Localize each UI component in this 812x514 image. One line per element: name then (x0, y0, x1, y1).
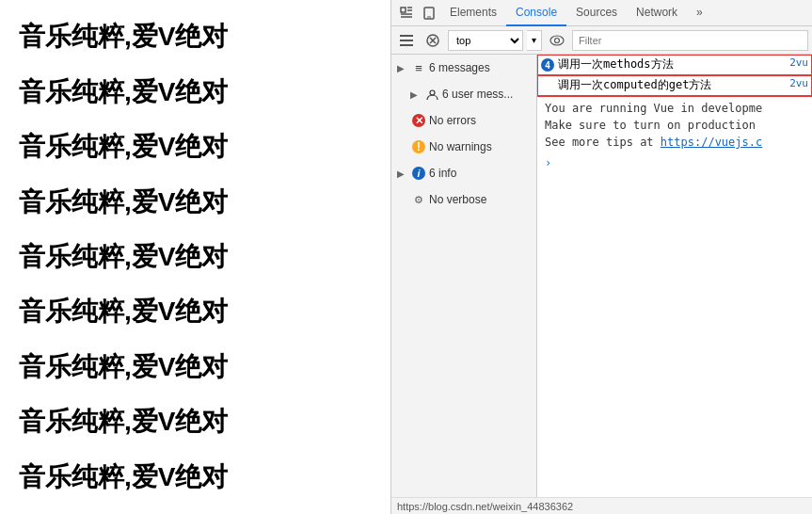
svg-rect-7 (400, 35, 413, 37)
page-text-item: 音乐纯粹,爱V绝对 (19, 239, 372, 275)
warn-line2: Make sure to turn on production (545, 119, 756, 132)
clear-icon[interactable] (422, 29, 444, 52)
tab-sources[interactable]: Sources (566, 0, 627, 26)
messages-icon: ≡ (412, 61, 425, 74)
log-link-1[interactable]: 2vu (789, 56, 808, 69)
messages-label: 6 messages (429, 61, 531, 74)
eye-icon[interactable] (546, 29, 568, 52)
sidebar-item-verbose[interactable]: ▶ ⚙ No verbose (391, 186, 536, 213)
expand-icon: ▶ (397, 169, 408, 179)
svg-rect-8 (400, 40, 413, 41)
warn-line3-prefix: See more tips at (545, 136, 661, 149)
no-errors-label: No errors (429, 114, 531, 127)
user-messages-label: 6 user mess... (442, 88, 531, 101)
tab-elements[interactable]: Elements (440, 0, 506, 26)
sidebar-item-user-messages[interactable]: ▶ 6 user mess... (391, 81, 536, 107)
verbose-icon: ⚙ (412, 193, 425, 206)
log-badge-4: 4 (541, 58, 554, 72)
log-text-methods: 调用一次methods方法 (558, 56, 786, 72)
inspect-icon[interactable] (395, 0, 418, 26)
page-text-item: 音乐纯粹,爱V绝对 (19, 19, 372, 55)
filter-input[interactable] (572, 30, 808, 51)
sidebar-toggle-icon[interactable] (395, 29, 418, 52)
svg-point-14 (555, 38, 560, 42)
info-icon: i (412, 167, 425, 180)
svg-point-13 (550, 36, 564, 45)
warn-line1: You are running Vue in developme (545, 102, 762, 115)
tab-network[interactable]: Network (627, 0, 687, 26)
left-panel: 音乐纯粹,爱V绝对音乐纯粹,爱V绝对音乐纯粹,爱V绝对音乐纯粹,爱V绝对音乐纯粹… (0, 0, 390, 514)
svg-point-15 (430, 90, 435, 95)
info-label: 6 info (429, 167, 531, 180)
page-text-item: 音乐纯粹,爱V绝对 (19, 74, 372, 110)
sidebar-item-warnings[interactable]: ▶ ! No warnings (391, 134, 536, 160)
tab-more[interactable]: » (687, 0, 712, 26)
page-text-item: 音乐纯粹,爱V绝对 (19, 185, 372, 220)
page-text-item: 音乐纯粹,爱V绝对 (19, 404, 372, 440)
error-icon: ✕ (412, 114, 425, 127)
page-text-item: 音乐纯粹,爱V绝对 (19, 349, 372, 385)
expand-icon: ▶ (410, 89, 422, 100)
log-link-2[interactable]: 2vu (789, 77, 808, 89)
warning-icon: ! (412, 140, 425, 153)
sidebar-item-info[interactable]: ▶ i 6 info (391, 160, 536, 186)
tab-console[interactable]: Console (506, 0, 566, 26)
no-warnings-label: No warnings (429, 140, 531, 153)
vue-link[interactable]: https://vuejs.c (661, 136, 762, 149)
devtools-toolbar: top ▾ (391, 26, 812, 55)
user-icon (425, 88, 438, 101)
dt-content: 4 调用一次methods方法 2vu 调用一次computed的get方法 2… (537, 55, 812, 497)
svg-rect-9 (400, 44, 413, 46)
dt-sidebar: ▶ ≡ 6 messages ▶ 6 user mess... ▶ ✕ (391, 55, 537, 497)
devtools-main: ▶ ≡ 6 messages ▶ 6 user mess... ▶ ✕ (391, 55, 812, 497)
context-selector[interactable]: top (448, 30, 523, 51)
expand-content-arrow[interactable]: › (537, 154, 812, 171)
device-icon[interactable] (418, 0, 440, 26)
url-text: https://blog.csdn.net/weixin_44836362 (397, 501, 573, 512)
expand-icon: ▶ (397, 63, 408, 73)
vue-warning-text: You are running Vue in developme Make su… (537, 96, 812, 154)
sidebar-item-messages[interactable]: ▶ ≡ 6 messages (391, 55, 536, 81)
context-dropdown-arrow[interactable]: ▾ (527, 30, 542, 51)
page-text-item: 音乐纯粹,爱V绝对 (19, 459, 372, 495)
log-text-computed: 调用一次computed的get方法 (558, 77, 786, 93)
page-text-item: 音乐纯粹,爱V绝对 (19, 294, 372, 329)
devtools-tabs: Elements Console Sources Network » (391, 0, 812, 26)
svg-rect-0 (401, 8, 406, 12)
log-item-computed: 调用一次computed的get方法 2vu (537, 75, 812, 96)
log-item-methods: 4 调用一次methods方法 2vu (537, 55, 812, 75)
sidebar-item-errors[interactable]: ▶ ✕ No errors (391, 107, 536, 134)
no-verbose-label: No verbose (429, 193, 531, 206)
page-text-item: 音乐纯粹,爱V绝对 (19, 129, 372, 165)
url-bar: https://blog.csdn.net/weixin_44836362 (391, 497, 812, 514)
devtools-panel: Elements Console Sources Network » (390, 0, 812, 514)
